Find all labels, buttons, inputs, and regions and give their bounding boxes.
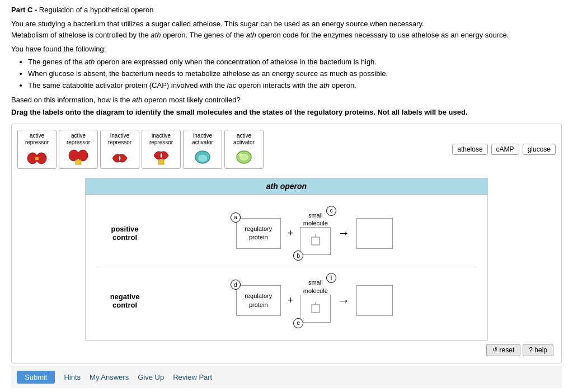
part-label: Part C - (11, 6, 37, 14)
main-box: activerepressor (11, 124, 562, 363)
card4-icon (147, 148, 176, 166)
positive-diagram-area: a regulatoryprotein + (153, 211, 476, 256)
sm-label-pos: smallmolecule (303, 211, 328, 228)
tag-camp[interactable]: cAMP (491, 144, 519, 155)
tag-glucose[interactable]: glucose (523, 144, 556, 155)
bullet-2: When glucose is absent, the bacterium ne… (28, 68, 562, 80)
circle-b: b (293, 251, 303, 261)
positive-control-row: positive control a (97, 200, 476, 267)
card1-title: activerepressor (22, 133, 51, 146)
small-molecule-group-pos: smallmolecule c b (300, 211, 331, 256)
found-text: You have found the following: (11, 45, 562, 53)
intro-line1: You are studying a bacterium that utiliz… (11, 20, 424, 28)
svg-point-13 (239, 153, 242, 156)
bullet-3: The same catabolite activator protein (C… (28, 80, 562, 92)
card2-title: activerepressor (64, 133, 93, 146)
circle-f: f (326, 273, 336, 283)
svg-rect-8 (158, 160, 164, 164)
negative-control-label: negative control (97, 292, 153, 309)
small-molecule-group-neg: smallmolecule f e (300, 278, 331, 323)
label-card-active-repressor-2[interactable]: activerepressor (59, 130, 98, 169)
review-part-link[interactable]: Review Part (173, 371, 212, 384)
card3-title: inactiverepressor (105, 133, 134, 146)
my-answers-link[interactable]: My Answers (90, 371, 129, 384)
reg-protein-box-neg[interactable]: regulatoryprotein (236, 285, 281, 316)
intro-text: You are studying a bacterium that utiliz… (11, 18, 562, 40)
card6-title: activeactivator (229, 133, 259, 146)
svg-rect-14 (312, 237, 320, 245)
small-tags-group: athelose cAMP glucose (452, 144, 556, 155)
card3-icon (105, 148, 134, 166)
card1-icon (22, 148, 51, 166)
part-header: Part C - Regulation of a hypothetical op… (11, 6, 562, 14)
positive-control-label: positive control (97, 225, 153, 242)
operon-title: ath operon (86, 178, 487, 195)
label-card-inactive-repressor-2[interactable]: inactiverepressor (142, 130, 181, 169)
card4-title: inactiverepressor (147, 133, 176, 146)
svg-rect-3 (35, 157, 39, 160)
svg-rect-16 (312, 305, 320, 313)
label-card-active-activator[interactable]: activeactivator (224, 130, 264, 169)
drag-instruction: Drag the labels onto the diagram to iden… (11, 107, 562, 117)
card5-icon (188, 148, 217, 166)
operon-diagram: ath operon positive control a (85, 178, 488, 341)
arrow-pos: → (337, 226, 350, 240)
svg-rect-7 (76, 160, 81, 164)
label-card-inactive-activator[interactable]: inactiveactivator (183, 130, 222, 169)
result-drop-box-neg[interactable] (356, 285, 393, 316)
part-title: Regulation of a hypothetical operon (39, 6, 154, 14)
intro-line2-pre: Metabolism of athelose is controlled by … (11, 31, 509, 39)
result-drop-box-pos[interactable] (356, 218, 393, 249)
plus-sign-pos: + (288, 228, 294, 239)
nav-bar: Submit Hints My Answers Give Up Review P… (11, 366, 562, 388)
reset-button[interactable]: ↺ reset (486, 344, 521, 356)
card5-title: inactiveactivator (188, 133, 217, 146)
arrow-neg: → (337, 294, 350, 308)
tag-athelose[interactable]: athelose (452, 144, 487, 155)
submit-button[interactable]: Submit (17, 371, 55, 384)
hints-link[interactable]: Hints (64, 371, 81, 384)
card2-icon (64, 148, 93, 166)
page-wrapper: Part C - Regulation of a hypothetical op… (0, 0, 573, 392)
circle-c: c (326, 206, 336, 216)
circle-a: a (231, 212, 241, 223)
label-card-active-repressor-1[interactable]: activerepressor (17, 130, 57, 169)
sm-drop-box-pos[interactable] (300, 227, 331, 255)
question-text: Based on this information, how is the at… (11, 96, 562, 104)
circle-d: d (231, 280, 241, 290)
sm-label-neg: smallmolecule (303, 278, 328, 295)
card6-icon (229, 148, 259, 166)
reg-protein-box-pos[interactable]: regulatoryprotein (236, 218, 281, 249)
svg-rect-6 (76, 154, 81, 157)
bottom-bar: ↺ reset ? help (17, 341, 556, 357)
svg-point-10 (198, 154, 208, 162)
plus-sign-neg: + (288, 295, 294, 306)
circle-e: e (293, 318, 303, 328)
give-up-link[interactable]: Give Up (138, 371, 164, 384)
help-button[interactable]: ? help (523, 344, 553, 356)
negative-control-row: negative control d regulatoryprotei (97, 267, 476, 334)
operon-body: positive control a (86, 195, 487, 340)
bullet-list: The genes of the ath operon are expresse… (28, 56, 562, 91)
label-card-inactive-repressor-1[interactable]: inactiverepressor (100, 130, 139, 169)
negative-diagram-area: d regulatoryprotein + smallmolecule (153, 278, 476, 323)
sm-drop-box-neg[interactable] (300, 295, 331, 323)
labels-row: activerepressor (17, 130, 556, 171)
bullet-1: The genes of the ath operon are expresse… (28, 56, 562, 68)
